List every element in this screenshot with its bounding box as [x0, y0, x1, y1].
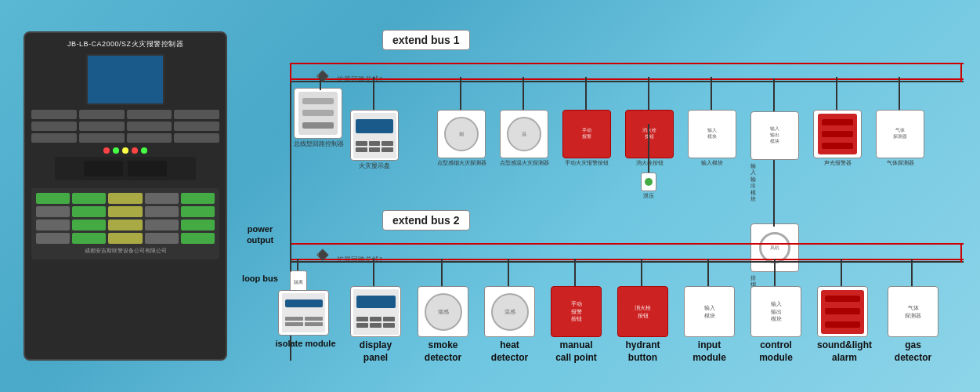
panel-lower-btn: [36, 193, 70, 204]
gas-detector-2-label: gasdetector: [888, 339, 938, 364]
v-line-gas1: [899, 77, 900, 110]
extend-bus-1-label: extend bus 1: [382, 30, 470, 50]
smoke-detector-1-img: 烟: [437, 110, 486, 158]
isolate-module-label: isolate module: [270, 339, 341, 348]
smoke-detector-2-img: 烟感: [418, 286, 468, 337]
input-module-1-label: 输入模块: [688, 160, 736, 166]
display-panel-device: displaypanel: [350, 286, 401, 364]
v-return-right-1: [960, 63, 962, 82]
manual-call-2-device: 手动报警按钮 manualcall point: [551, 286, 602, 364]
valve-device: 泄压: [641, 172, 656, 200]
v-line-dp: [373, 259, 374, 286]
fire-hydrant-1-label: 消火栓按钮: [625, 160, 674, 166]
v-line-smoke1: [460, 77, 461, 110]
loop-controller-device: 总线型回路控制器: [294, 88, 344, 148]
input-module-1-device: 输入模块 输入模块: [688, 110, 736, 166]
power-output-label: power output: [237, 223, 284, 246]
panel-lower-btn: [36, 233, 70, 244]
panel-lower-btn: [108, 220, 142, 230]
control-module-2-device: 输入输出模块 controlmodule: [750, 286, 801, 364]
smoke-detector-1-label: 点型感烟火灾探测器: [437, 160, 486, 166]
panel-keypad: [55, 157, 196, 180]
v-main-to-bus2: [290, 196, 291, 263]
loop-controller-img: [294, 88, 342, 139]
input-module-1-img: 输入模块: [688, 110, 736, 158]
fire-display-label: 火灾显示盘: [350, 162, 399, 170]
led-yellow: [122, 147, 128, 154]
v-line-smoke2: [441, 259, 443, 286]
panel-btn: [127, 122, 172, 131]
v-line-hydrant1: [648, 77, 649, 110]
fire-hydrant-1-img: 消火栓按钮: [625, 110, 674, 158]
panel-lower-btn: [181, 220, 215, 230]
v-line-manual2: [574, 259, 576, 286]
smoke-detector-2-label: smokedetector: [418, 339, 468, 364]
fire-display-device: 火灾显示盘: [350, 110, 399, 170]
sound-light-1-device: 声光报警器: [813, 110, 862, 166]
heat-detector-2-img: 温感: [484, 286, 535, 337]
bus1-h-line-black: [290, 81, 964, 82]
panel-btn: [31, 122, 77, 131]
manual-call-2-img: 手动报警按钮: [551, 286, 602, 337]
heat-detector-1-device: 温 点型感温火灾探测器: [500, 110, 549, 166]
panel-lower-btn: [145, 233, 179, 244]
control-module-1-label: 输入输出模块: [750, 163, 756, 202]
manual-call-1-img: 手动报警: [562, 110, 611, 158]
panel-lower-btn: [72, 193, 106, 204]
heat-detector-2-label: heatdetector: [484, 339, 535, 364]
v-line-input1: [711, 77, 712, 110]
bus1-h-line-red: [290, 78, 964, 80]
hydrant-button-device: 消火栓按钮 hydrantbutton: [617, 286, 668, 364]
return-line-2-top: [290, 243, 964, 245]
display-panel-label: displaypanel: [350, 339, 401, 364]
panel-lower-btn: [181, 233, 215, 244]
control-module-2-img: 输入输出模块: [750, 286, 801, 337]
heat-detector-1-img: 温: [500, 110, 548, 158]
panel-btn: [79, 133, 125, 143]
sound-light-2-img: [817, 286, 868, 337]
heat-detector-1-label: 点型感温火灾探测器: [500, 160, 549, 166]
panel-lower-btn: [36, 220, 70, 230]
hydrant-button-label: hydrantbutton: [617, 339, 668, 364]
v-line-heat2: [508, 259, 509, 286]
isolate-module-device: [278, 290, 329, 336]
panel-lower-btn: [108, 233, 142, 244]
v-line-gas2: [911, 259, 913, 286]
v-line-input2: [707, 259, 709, 286]
sound-light-2-label: sound&lightalarm: [817, 339, 872, 364]
manual-call-1-device: 手动报警 手动火灾报警按钮: [562, 110, 611, 166]
panel-lower-btn: [181, 206, 215, 217]
panel-btn: [79, 122, 125, 131]
panel-lower-btn: [181, 193, 215, 204]
isolate-module-img: [278, 290, 329, 336]
panel-title: JB-LB-CA2000/SZ火灾报警控制器: [67, 39, 183, 49]
panel-lower-btn: [72, 233, 106, 244]
v-line-fire-display: [373, 77, 374, 110]
panel-lower-btn: [145, 193, 179, 204]
panel-btn: [31, 110, 77, 119]
sound-light-1-img: [813, 110, 862, 158]
input-module-2-label: inputmodule: [684, 339, 735, 364]
panel-lower-btn: [72, 220, 106, 230]
v-line-heat1: [523, 77, 524, 110]
gas-detector-2-img: 气体探测器: [888, 286, 938, 337]
controller-panel: JB-LB-CA2000/SZ火灾报警控制器: [24, 31, 227, 361]
panel-buttons-top: [31, 110, 219, 143]
loop-controller-label: 总线型回路控制器: [294, 140, 344, 148]
fire-hydrant-1-device: 消火栓按钮 消火栓按钮: [625, 110, 674, 166]
led-green: [113, 147, 119, 154]
v-line-fan: [773, 160, 775, 227]
panel-lower-btn: [145, 206, 179, 217]
v-line-ctrl1: [773, 78, 775, 111]
bus2-h-line-black: [290, 261, 964, 263]
control-module-2-label: controlmodule: [750, 339, 801, 364]
panel-btn: [31, 133, 77, 143]
panel-lower-btn: [145, 220, 179, 230]
v-line-iso-top: [297, 259, 298, 270]
return-line-1: [290, 63, 964, 64]
input-module-2-img: 输入模块: [684, 286, 735, 337]
fire-display-img: [350, 110, 399, 161]
panel-btn: [174, 133, 219, 143]
panel-logo: 成都安吉斯联警设备公司有限公司: [36, 247, 215, 255]
panel-btn: [127, 110, 172, 119]
